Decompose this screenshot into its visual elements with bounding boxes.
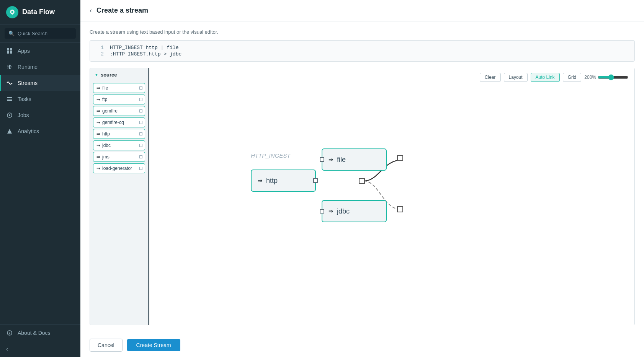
line-code-2: :HTTP_INGEST.http > jdbc — [110, 51, 181, 57]
sidebar-item-streams[interactable]: Streams — [0, 75, 80, 91]
source-item-gemfire[interactable]: ⇒ gemfire — [93, 106, 145, 116]
source-arrow-icon: ⇒ — [96, 109, 100, 114]
svg-rect-4 — [10, 51, 12, 54]
drag-handle — [139, 144, 142, 147]
autolink-button[interactable]: Auto Link — [531, 73, 560, 82]
page-content: Create a stream using text based input o… — [80, 21, 644, 333]
about-docs-label: About & Docs — [18, 330, 51, 336]
source-panel-title: source — [101, 72, 117, 78]
sidebar: Data Flow 🔍 Apps Runtime Streams — [0, 0, 80, 357]
svg-point-9 — [9, 114, 10, 116]
source-panel: ▼ source ⇒ file ⇒ ftp ⇒ gemfire — [90, 68, 149, 325]
source-arrow-icon: ⇒ — [96, 86, 100, 91]
sidebar-item-tasks[interactable]: Tasks — [0, 91, 80, 107]
back-button[interactable]: ‹ — [90, 7, 92, 15]
runtime-icon — [6, 64, 13, 70]
svg-point-0 — [11, 11, 13, 13]
jobs-icon — [6, 112, 13, 119]
sidebar-item-apps[interactable]: Apps — [0, 43, 80, 59]
svg-marker-10 — [7, 129, 12, 134]
search-icon: 🔍 — [8, 31, 15, 36]
sidebar-nav: Apps Runtime Streams Tasks Jobs — [0, 43, 80, 139]
node-jdbc-port-left — [320, 209, 324, 214]
connections-svg — [149, 68, 634, 325]
line-number-1: 1 — [95, 45, 104, 51]
source-item-jdbc[interactable]: ⇒ jdbc — [93, 140, 145, 150]
sidebar-item-streams-label: Streams — [18, 80, 38, 86]
source-item-jms[interactable]: ⇒ jms — [93, 152, 145, 162]
collapse-button[interactable]: ‹ — [0, 341, 80, 357]
topbar: ‹ Create a stream — [80, 0, 644, 21]
source-panel-header: ▼ source — [90, 68, 148, 82]
drag-handle — [139, 98, 142, 101]
flow-node-file[interactable]: ⇒ file — [322, 148, 387, 171]
drag-handle — [139, 132, 142, 135]
sidebar-item-analytics[interactable]: Analytics — [0, 123, 80, 139]
line-code-1: HTTP_INGEST=http | file — [110, 45, 178, 51]
source-item-http[interactable]: ⇒ http — [93, 129, 145, 139]
back-arrow-icon: ‹ — [90, 7, 92, 15]
source-item-file-label: file — [102, 85, 108, 91]
node-arrow-icon: ⇒ — [329, 156, 333, 163]
source-item-gemfire-cq[interactable]: ⇒ gemfire-cq — [93, 117, 145, 127]
source-item-gemfire-cq-label: gemfire-cq — [102, 120, 124, 125]
node-jdbc-label: jdbc — [337, 207, 350, 215]
sidebar-bottom: About & Docs ‹ — [0, 324, 80, 357]
layout-button[interactable]: Layout — [504, 73, 528, 82]
source-item-jms-label: jms — [102, 154, 110, 160]
svg-rect-5 — [7, 97, 12, 98]
search-input[interactable] — [18, 31, 72, 36]
sidebar-item-jobs[interactable]: Jobs — [0, 107, 80, 123]
about-icon — [6, 329, 13, 336]
svg-rect-6 — [7, 99, 12, 99]
node-arrow-icon: ⇒ — [258, 178, 262, 184]
drag-handle — [139, 109, 142, 112]
flow-node-http[interactable]: ⇒ http — [251, 170, 316, 192]
svg-rect-3 — [7, 51, 9, 54]
source-arrow-icon: ⇒ — [96, 143, 100, 148]
source-arrow-icon: ⇒ — [96, 132, 100, 137]
source-arrow-icon: ⇒ — [96, 166, 100, 171]
source-item-file[interactable]: ⇒ file — [93, 83, 145, 93]
svg-rect-14 — [359, 178, 364, 184]
source-item-load-generator[interactable]: ⇒ load-generator — [93, 163, 145, 173]
sidebar-item-runtime[interactable]: Runtime — [0, 59, 80, 75]
node-http-port-right — [313, 178, 318, 183]
svg-rect-12 — [397, 155, 403, 161]
zoom-slider[interactable] — [598, 74, 628, 80]
node-file-label: file — [337, 156, 346, 164]
app-title: Data Flow — [22, 8, 55, 16]
code-editor[interactable]: 1 HTTP_INGEST=http | file 2 :HTTP_INGEST… — [90, 40, 635, 62]
source-collapse-icon: ▼ — [95, 73, 98, 77]
drag-handle — [139, 121, 142, 124]
svg-rect-13 — [397, 207, 403, 212]
drag-handle — [139, 167, 142, 170]
source-item-gemfire-label: gemfire — [102, 108, 118, 114]
flow-canvas: HTTP_INGEST ⇒ http ⇒ file — [149, 68, 634, 325]
visual-editor: ▼ source ⇒ file ⇒ ftp ⇒ gemfire — [90, 68, 635, 325]
cancel-button[interactable]: Cancel — [90, 339, 123, 352]
source-arrow-icon: ⇒ — [96, 97, 100, 102]
drag-handle — [139, 86, 142, 90]
zoom-label: 200% — [584, 75, 596, 80]
node-file-port-left — [320, 157, 324, 162]
flow-label: HTTP_INGEST — [251, 152, 290, 159]
drag-handle — [139, 155, 142, 158]
about-docs-item[interactable]: About & Docs — [0, 325, 80, 341]
app-logo — [6, 6, 18, 18]
search-box[interactable]: 🔍 — [5, 28, 76, 39]
collapse-icon: ‹ — [6, 346, 8, 352]
flow-node-jdbc[interactable]: ⇒ jdbc — [322, 200, 387, 222]
node-http-label: http — [266, 177, 278, 185]
tasks-icon — [6, 96, 13, 103]
sidebar-item-tasks-label: Tasks — [18, 96, 31, 102]
source-item-http-label: http — [102, 131, 110, 137]
grid-button[interactable]: Grid — [563, 73, 582, 82]
clear-button[interactable]: Clear — [480, 73, 501, 82]
node-arrow-icon: ⇒ — [329, 208, 333, 214]
bottom-bar: Cancel Create Stream — [80, 333, 644, 357]
zoom-control: 200% — [584, 74, 628, 80]
create-stream-button[interactable]: Create Stream — [127, 339, 180, 351]
canvas-area[interactable]: Clear Layout Auto Link Grid 200% — [149, 68, 634, 325]
source-item-ftp[interactable]: ⇒ ftp — [93, 95, 145, 104]
